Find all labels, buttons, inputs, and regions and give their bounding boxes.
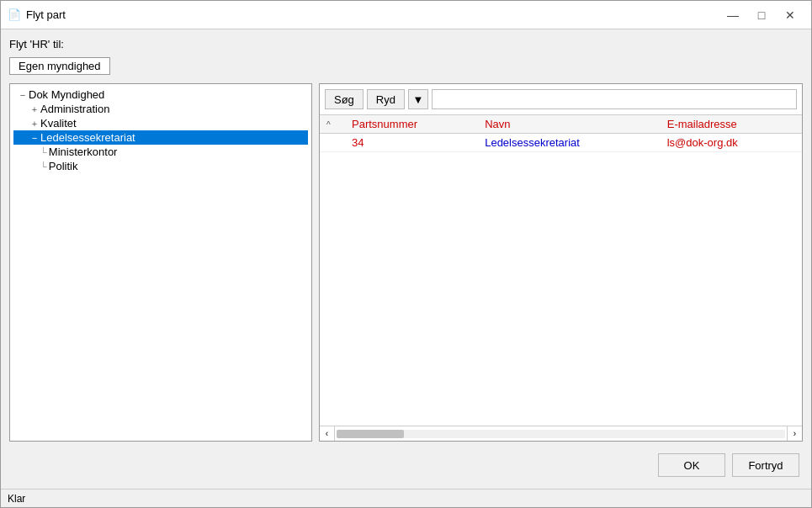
scroll-left-button[interactable]: ‹ bbox=[320, 426, 335, 442]
main-content: − Dok Myndighed + Administration + Kvali… bbox=[9, 83, 803, 442]
tree-label-kvalitet: Kvalitet bbox=[40, 117, 77, 130]
expand-ledelsessekretariat[interactable]: − bbox=[29, 133, 40, 143]
table-container: ^ Partsnummer Navn E-mailadresse bbox=[320, 115, 802, 426]
tree-label-politik: Politik bbox=[49, 160, 78, 172]
status-text: Klar bbox=[8, 493, 25, 505]
main-window: 📄 Flyt part — □ ✕ Flyt 'HR' til: Egen my… bbox=[0, 0, 812, 508]
col-label-email: E-mailadresse bbox=[667, 118, 737, 130]
maximize-button[interactable]: □ bbox=[747, 5, 776, 25]
title-bar: 📄 Flyt part — □ ✕ bbox=[1, 1, 811, 29]
dropdown-button[interactable]: ▼ bbox=[408, 89, 428, 109]
window-body: Flyt 'HR' til: Egen myndighed − Dok Mynd… bbox=[1, 29, 811, 489]
title-controls: — □ ✕ bbox=[719, 5, 804, 25]
status-bar: Klar bbox=[1, 489, 811, 507]
cancel-button[interactable]: Fortryd bbox=[732, 453, 799, 477]
horizontal-scrollbar[interactable]: ‹ › bbox=[320, 426, 802, 441]
table-header-row: ^ Partsnummer Navn E-mailadresse bbox=[320, 115, 802, 134]
tree-label-dok-myndighed: Dok Myndighed bbox=[29, 88, 104, 101]
table-row[interactable]: 34 Ledelsessekretariat ls@dok-org.dk bbox=[320, 134, 802, 152]
clear-button[interactable]: Ryd bbox=[367, 89, 405, 109]
expand-dok-myndighed[interactable]: − bbox=[17, 90, 29, 100]
results-table: ^ Partsnummer Navn E-mailadresse bbox=[320, 115, 802, 152]
col-header-email[interactable]: E-mailadresse bbox=[661, 115, 802, 134]
tree-item-administration[interactable]: + Administration bbox=[13, 102, 308, 116]
connector: └ bbox=[40, 161, 47, 172]
expand-administration[interactable]: + bbox=[29, 104, 40, 114]
tree-panel[interactable]: − Dok Myndighed + Administration + Kvali… bbox=[9, 83, 312, 442]
cell-navn: Ledelsessekretariat bbox=[478, 134, 661, 152]
scroll-thumb[interactable] bbox=[337, 430, 404, 438]
close-button[interactable]: ✕ bbox=[776, 5, 804, 25]
tree-label-administration: Administration bbox=[40, 103, 109, 115]
right-panel: Søg Ryd ▼ ^ bbox=[319, 83, 803, 442]
ok-button[interactable]: OK bbox=[658, 453, 725, 477]
sort-indicator-header[interactable]: ^ bbox=[320, 115, 345, 134]
col-label-partsnummer: Partsnummer bbox=[352, 118, 417, 130]
tree-item-kvalitet[interactable]: + Kvalitet bbox=[13, 116, 308, 130]
scroll-right-button[interactable]: › bbox=[787, 426, 802, 442]
tree-item-politik[interactable]: └ Politik bbox=[13, 159, 308, 173]
cell-email: ls@dok-org.dk bbox=[661, 134, 802, 152]
sort-arrow-icon: ^ bbox=[326, 120, 331, 130]
tree-item-dok-myndighed[interactable]: − Dok Myndighed bbox=[13, 87, 308, 102]
col-label-navn: Navn bbox=[485, 118, 510, 130]
tree-item-ministerkontor[interactable]: └ Ministerkontor bbox=[13, 145, 308, 159]
tree-label-ledelsessekretariat: Ledelsessekretariat bbox=[40, 131, 135, 144]
expand-kvalitet[interactable]: + bbox=[29, 119, 40, 129]
title-bar-left: 📄 Flyt part bbox=[8, 8, 66, 22]
window-icon: 📄 bbox=[8, 8, 21, 22]
connector: └ bbox=[40, 147, 47, 157]
search-button[interactable]: Søg bbox=[325, 89, 364, 109]
search-bar: Søg Ryd ▼ bbox=[320, 84, 802, 115]
tree-label-ministerkontor: Ministerkontor bbox=[49, 146, 118, 158]
tree-item-ledelsessekretariat[interactable]: − Ledelsessekretariat bbox=[13, 130, 308, 145]
instruction-label: Flyt 'HR' til: bbox=[9, 38, 803, 50]
minimize-button[interactable]: — bbox=[719, 5, 747, 25]
window-title: Flyt part bbox=[26, 8, 66, 21]
dropdown-icon: ▼ bbox=[413, 93, 424, 106]
search-input[interactable] bbox=[432, 89, 797, 109]
own-authority-button[interactable]: Egen myndighed bbox=[9, 57, 110, 75]
footer: OK Fortryd bbox=[9, 448, 803, 480]
table-body: 34 Ledelsessekretariat ls@dok-org.dk bbox=[320, 134, 802, 152]
cell-empty bbox=[320, 134, 345, 152]
own-authority-container: Egen myndighed bbox=[9, 57, 803, 77]
col-header-navn[interactable]: Navn bbox=[478, 115, 661, 134]
cell-partsnummer: 34 bbox=[345, 134, 478, 152]
scroll-track[interactable] bbox=[337, 430, 785, 438]
col-header-partsnummer[interactable]: Partsnummer bbox=[345, 115, 478, 134]
